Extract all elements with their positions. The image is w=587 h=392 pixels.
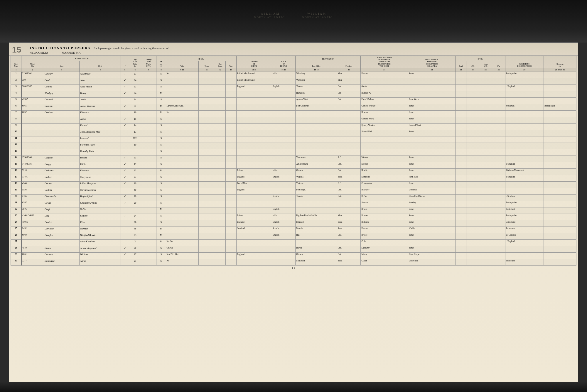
cell-row9-col14 (272, 124, 296, 130)
cell-row5-col21 (479, 98, 492, 104)
cell-row20-col24 (544, 195, 576, 201)
cell-row18-col1: 18 (11, 182, 21, 188)
cell-row3-col24 (544, 85, 576, 91)
table-row: 27Alma Kathleen2MNo NoChildc/England (11, 240, 576, 246)
cell-row17-col8: S (156, 175, 166, 182)
cell-row13-col8: S (156, 149, 166, 156)
cell-row28-col2: 4510 (21, 246, 44, 253)
cell-row7-col17: H'work (361, 111, 408, 117)
cell-row25-col15: Marrée (296, 227, 337, 233)
cell-row30-col24 (544, 259, 576, 266)
cell-row29-col11 (215, 253, 226, 259)
cell-row8-col16 (337, 117, 361, 124)
cell-row29-col13: England (236, 253, 272, 259)
cell-row7-col24 (544, 111, 576, 117)
cell-row5-col10 (198, 98, 215, 104)
cell-row13-col5 (121, 149, 129, 156)
cell-row26-col1: 26 (11, 233, 21, 240)
cell-row19-col2: 5556 (21, 188, 44, 195)
cell-row3-col11 (215, 85, 226, 91)
cell-row8-col15 (296, 117, 337, 124)
cell-row19-col22 (492, 188, 505, 195)
cell-row15-col12 (226, 162, 236, 169)
cell-row4-col9 (166, 91, 198, 98)
cell-row30-col9: No (166, 259, 198, 266)
cell-row9-col3 (44, 124, 79, 130)
cell-row4-col20 (466, 91, 479, 98)
cell-row23-col15: Big Iron Fort McMullin (296, 214, 337, 220)
cell-row28-col18: Same (408, 246, 455, 253)
cell-row27-col2 (21, 240, 44, 246)
cell-row21-col17: Servant (361, 201, 408, 207)
cell-row24-col11 (215, 220, 226, 227)
cell-row20-col23: c/Scotland (505, 195, 544, 201)
cell-row6-col16 (337, 104, 361, 111)
cell-row20-col18: Show Card Writer (408, 195, 455, 201)
col-war: War (226, 61, 236, 68)
cell-row26-col22 (492, 233, 505, 240)
cell-row11-col14 (272, 136, 296, 143)
cell-row10-col1: 10 (11, 130, 21, 136)
cell-row6-col3: Conium (44, 104, 79, 111)
table-row: 1417506 306ClaytonRobert✓31SVancouverB.C… (11, 156, 576, 162)
cell-row14-col21 (479, 156, 492, 162)
cell-row29-col12 (226, 253, 236, 259)
cell-row26-col2: 6060 (21, 233, 44, 240)
top-faded-text: WILLIAM WILLIAM NORTH ATLANTIC NORTH ATL… (117, 12, 470, 19)
cell-row26-col8: M (156, 233, 166, 240)
cell-row18-col21 (479, 182, 492, 188)
cell-row11-col12 (226, 136, 236, 143)
cell-row17-col7 (141, 175, 156, 182)
table-body: 121568 304CassidyAlexander✓27SNoBritish … (11, 72, 576, 266)
cell-row5-col14 (272, 98, 296, 104)
cell-row24-col7 (141, 220, 156, 227)
cell-row16-col17: H'wife (361, 169, 408, 175)
col-header-remarks: Remarksetc. (544, 56, 576, 68)
cell-row22-col13 (236, 207, 272, 214)
cell-row10-col5 (121, 130, 129, 136)
cell-row8-col23 (505, 117, 544, 124)
cell-row23-col14: Irish (272, 214, 296, 220)
cell-row3-col20 (466, 85, 479, 91)
cell-row23-col1: 23 (11, 214, 21, 220)
cell-row5-col23 (505, 98, 544, 104)
cell-row12-col14 (272, 143, 296, 149)
col-wife: Wife (166, 61, 198, 68)
col-header-check: √ (121, 56, 129, 68)
cell-row19-col4: Miriam Eleanor (80, 188, 121, 195)
cell-row21-col21 (479, 201, 492, 207)
cell-row4-col1: 4 (11, 91, 21, 98)
cell-row7-col23 (505, 111, 544, 117)
cell-row25-col4: Norman (80, 227, 121, 233)
cell-row19-col13: England (236, 188, 272, 195)
cell-row19-col11 (215, 188, 226, 195)
cell-row21-col3: Cowie (44, 201, 79, 207)
cell-row22-col15 (296, 207, 337, 214)
cell-row13-col3 (44, 149, 79, 156)
cell-row5-col17: Press Workers (361, 98, 408, 104)
cell-row19-col24 (544, 188, 576, 195)
cell-row17-col17: Domestic (361, 175, 408, 182)
cell-row27-col7 (141, 240, 156, 246)
cell-row18-col19 (456, 182, 466, 188)
col-header-age: AgeLastBirth-day (129, 56, 141, 68)
cell-row10-col23 (505, 130, 544, 136)
cell-row1-col8: S (156, 72, 166, 78)
cell-row27-col9: No No (166, 240, 198, 246)
col-header-occ-from: WHAT WAS YOUROCCUPATIONIN COUNTRYFROM WH… (361, 56, 408, 68)
cell-row13-col6 (129, 149, 141, 156)
cell-row25-col8: M (156, 227, 166, 233)
cell-row7-col14 (272, 111, 296, 117)
cell-row25-col5 (121, 227, 129, 233)
cell-row30-col5 (121, 259, 129, 266)
cell-row1-col12 (226, 72, 236, 78)
cell-row10-col21 (479, 130, 492, 136)
cell-row24-col9 (166, 220, 198, 227)
cell-row7-col4: Florence (80, 111, 121, 117)
cell-row20-col21 (479, 195, 492, 201)
cell-row7-col13 (236, 111, 272, 117)
cell-row8-col21 (479, 117, 492, 124)
table-row: 12Florence Pearl10S (11, 143, 576, 149)
cell-row16-col8: M (156, 169, 166, 175)
cell-row30-col17: Cutler (361, 259, 408, 266)
